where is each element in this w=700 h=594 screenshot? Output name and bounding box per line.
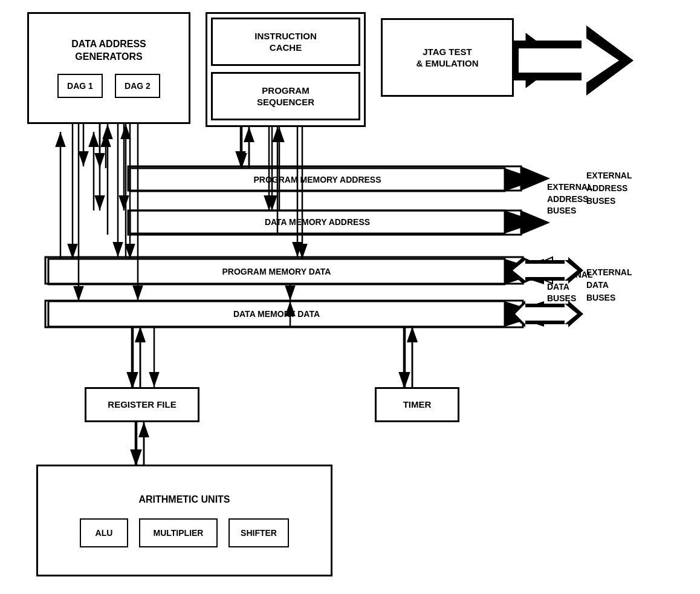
jtag-box: JTAG TEST & EMULATION xyxy=(381,18,514,97)
data-memory-address-label: DATA MEMORY ADDRESS xyxy=(265,217,370,227)
dag1-label: DAG 1 xyxy=(67,80,93,91)
program-sequencer-box: PROGRAM SEQUENCER xyxy=(211,72,360,120)
svg-marker-55 xyxy=(553,304,577,324)
instruction-cache-box: INSTRUCTION CACHE xyxy=(211,18,360,66)
program-memory-address-bus: PROGRAM MEMORY ADDRESS xyxy=(130,168,505,191)
svg-marker-41 xyxy=(519,35,619,86)
program-memory-data-bus: PROGRAM MEMORY DATA xyxy=(48,259,505,284)
svg-marker-8 xyxy=(505,211,538,233)
svg-marker-6 xyxy=(505,168,538,191)
program-memory-address-label: PROGRAM MEMORY ADDRESS xyxy=(253,175,381,184)
program-memory-data-label: PROGRAM MEMORY DATA xyxy=(222,267,331,276)
dag2-box: DAG 2 xyxy=(115,74,160,98)
svg-marker-14 xyxy=(505,301,544,327)
instruction-cache-label: INSTRUCTION CACHE xyxy=(254,30,317,54)
program-sequencer-label: PROGRAM SEQUENCER xyxy=(257,85,314,108)
arithmetic-units-box: ARITHMETIC UNITS ALU MULTIPLIER SHIFTER xyxy=(36,465,332,576)
timer-label: TIMER xyxy=(403,399,432,411)
svg-marker-11 xyxy=(505,259,544,284)
multiplier-label: MULTIPLIER xyxy=(154,527,204,538)
dag1-box: DAG 1 xyxy=(57,74,103,98)
arithmetic-units-label: ARITHMETIC UNITS xyxy=(138,494,230,506)
ic-ps-outer-box: INSTRUCTION CACHE PROGRAM SEQUENCER xyxy=(206,12,366,127)
external-address-buses: EXTERNAL ADDRESS BUSES xyxy=(586,169,632,207)
dag2-label: DAG 2 xyxy=(125,80,151,91)
register-file-box: REGISTER FILE xyxy=(85,387,199,422)
svg-marker-13 xyxy=(505,301,544,327)
svg-marker-57 xyxy=(515,304,553,324)
svg-marker-56 xyxy=(510,301,553,327)
dag-label: DATA ADDRESS GENERATORS xyxy=(71,38,146,64)
svg-marker-49 xyxy=(508,257,553,284)
external-data-buses: EXTERNAL DATA BUSES xyxy=(586,266,632,304)
jtag-label: JTAG TEST & EMULATION xyxy=(416,46,478,70)
data-memory-data-label: DATA MEMORY DATA xyxy=(233,309,320,319)
svg-marker-10 xyxy=(505,259,544,284)
svg-marker-40 xyxy=(514,25,634,96)
alu-box: ALU xyxy=(80,518,128,547)
register-file-label: REGISTER FILE xyxy=(108,399,176,411)
shifter-label: SHIFTER xyxy=(241,527,277,538)
data-memory-data-bus: DATA MEMORY DATA xyxy=(48,301,505,327)
multiplier-box: MULTIPLIER xyxy=(139,518,218,547)
svg-marker-45 xyxy=(521,211,550,235)
diagram: DATA ADDRESS GENERATORS DAG 1 DAG 2 INST… xyxy=(0,0,700,594)
shifter-box: SHIFTER xyxy=(228,518,289,547)
alu-label: ALU xyxy=(96,527,113,538)
data-memory-address-bus: DATA MEMORY ADDRESS xyxy=(130,211,505,233)
timer-box: TIMER xyxy=(375,387,459,422)
data-address-generators-box: DATA ADDRESS GENERATORS DAG 1 DAG 2 xyxy=(27,12,190,124)
svg-marker-43 xyxy=(521,166,550,191)
